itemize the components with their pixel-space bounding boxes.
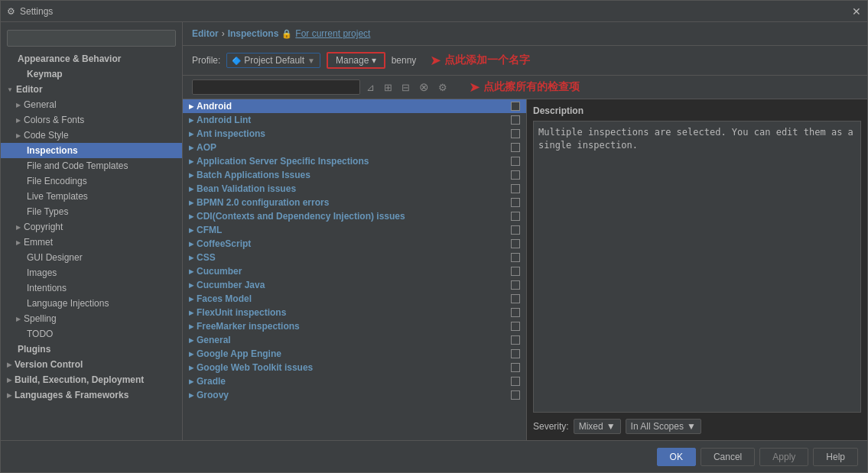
list-item-checkbox[interactable] [511, 102, 520, 111]
description-textarea[interactable] [533, 121, 861, 413]
sidebar-item-keymap[interactable]: Keymap [1, 66, 182, 82]
profile-dropdown[interactable]: 🔷 Project Default ▼ [226, 53, 320, 68]
list-item[interactable]: ▶Cucumber Java [183, 278, 526, 292]
list-item-label: Google App Engine [197, 348, 281, 359]
list-item-checkbox[interactable] [511, 212, 520, 221]
list-item-checkbox[interactable] [511, 198, 520, 207]
list-item-label: Cucumber Java [197, 280, 265, 290]
list-item-checkbox[interactable] [511, 184, 520, 193]
list-item[interactable]: ▶CSS [183, 251, 526, 264]
collapse-button[interactable]: ⊟ [398, 80, 413, 95]
sidebar-item-appearance[interactable]: Appearance & Behavior [1, 51, 182, 66]
sidebar-item-file-types[interactable]: File Types [1, 204, 182, 219]
list-item[interactable]: ▶Batch Applications Issues [183, 168, 526, 182]
list-item[interactable]: ▶Groovy [183, 388, 526, 402]
list-item-expand-icon: ▶ [189, 213, 193, 220]
sidebar-item-todo[interactable]: TODO [1, 326, 182, 342]
list-item[interactable]: ▶BPMN 2.0 configuration errors [183, 196, 526, 209]
list-item[interactable]: ▶FreeMarker inspections [183, 319, 526, 333]
scope-dropdown[interactable]: In All Scopes ▼ [626, 419, 701, 434]
list-item[interactable]: ▶Google App Engine [183, 347, 526, 361]
list-item-checkbox[interactable] [511, 115, 520, 125]
list-item-label: CoffeeScript [197, 238, 251, 249]
list-item-label: Batch Applications Issues [197, 170, 310, 180]
list-item-checkbox[interactable] [511, 377, 520, 386]
list-item-checkbox[interactable] [511, 349, 520, 358]
breadcrumb-link[interactable]: For current project [295, 28, 370, 39]
sidebar-item-emmet[interactable]: ▶Emmet [1, 235, 182, 250]
apply-button[interactable]: Apply [759, 448, 808, 466]
sidebar-item-images[interactable]: Images [1, 265, 182, 280]
sidebar-item-colors-fonts[interactable]: ▶Colors & Fonts [1, 112, 182, 128]
sidebar-item-copyright[interactable]: ▶Copyright [1, 219, 182, 235]
panels: ▶Android▶Android Lint▶Ant inspections▶AO… [183, 99, 867, 440]
expand-button[interactable]: ⊞ [381, 80, 395, 95]
annotation-second-text: 点此擦所有的检查项 [483, 80, 580, 94]
help-button[interactable]: Help [813, 448, 858, 466]
list-item-checkbox[interactable] [511, 143, 520, 152]
sidebar-item-editor[interactable]: ▼Editor [1, 82, 182, 97]
list-item[interactable]: ▶Bean Validation issues [183, 182, 526, 196]
list-item-checkbox[interactable] [511, 225, 520, 235]
sidebar-item-version-control[interactable]: ▶Version Control [1, 357, 182, 372]
inspection-search-input[interactable] [192, 79, 360, 95]
list-item[interactable]: ▶Gradle [183, 374, 526, 388]
list-item-checkbox[interactable] [511, 390, 520, 400]
sidebar-item-inspections[interactable]: Inspections [1, 143, 182, 158]
list-item-checkbox[interactable] [511, 129, 520, 138]
list-item-checkbox[interactable] [511, 280, 520, 290]
severity-dropdown[interactable]: Mixed ▼ [574, 419, 621, 434]
profile-icon: 🔷 [232, 57, 241, 65]
list-item-checkbox[interactable] [511, 363, 520, 372]
settings-button[interactable]: ⚙ [435, 80, 450, 95]
list-item[interactable]: ▶CDI(Contexts and Dependency Injection) … [183, 209, 526, 223]
close-button[interactable]: ✕ [852, 5, 861, 18]
sidebar-item-code-style[interactable]: ▶Code Style [1, 128, 182, 143]
sidebar-label-gui-designer: GUI Designer [27, 252, 83, 263]
sidebar-item-spelling[interactable]: ▶Spelling [1, 311, 182, 326]
list-item-label: Gradle [197, 376, 226, 387]
sidebar-search-input[interactable] [7, 30, 176, 47]
filter-button[interactable]: ⊿ [363, 80, 378, 95]
list-item[interactable]: ▶Android Lint [183, 113, 526, 127]
sidebar-label-inspections: Inspections [27, 145, 78, 156]
list-item-checkbox[interactable] [511, 322, 520, 331]
sidebar-label-colors-fonts: Colors & Fonts [24, 115, 84, 125]
sidebar-item-plugins[interactable]: Plugins [1, 342, 182, 357]
list-item-checkbox[interactable] [511, 294, 520, 303]
list-item[interactable]: ▶Ant inspections [183, 127, 526, 141]
list-item[interactable]: ▶Application Server Specific Inspections [183, 154, 526, 168]
sidebar-item-build-exec[interactable]: ▶Build, Execution, Deployment [1, 372, 182, 387]
list-item-expand-icon: ▶ [189, 268, 193, 275]
list-item-checkbox[interactable] [511, 335, 520, 345]
sidebar-item-file-code-templates[interactable]: File and Code Templates [1, 158, 182, 173]
list-item-label: General [197, 335, 231, 345]
sidebar-item-gui-designer[interactable]: GUI Designer [1, 250, 182, 265]
list-item-checkbox[interactable] [511, 157, 520, 166]
list-item[interactable]: ▶FlexUnit inspections [183, 306, 526, 319]
annotation-first: ➤ 点此添加一个名字 [430, 52, 530, 69]
sidebar-item-file-encodings[interactable]: File Encodings [1, 173, 182, 189]
list-item[interactable]: ▶CFML [183, 223, 526, 237]
manage-button[interactable]: Manage ▾ [327, 52, 385, 69]
list-item-checkbox[interactable] [511, 267, 520, 276]
sidebar-item-general[interactable]: ▶General [1, 97, 182, 112]
list-item[interactable]: ▶Faces Model [183, 292, 526, 306]
cancel-button[interactable]: Cancel [701, 448, 755, 466]
clear-button[interactable]: ⊗ [416, 79, 432, 96]
list-item[interactable]: ▶General [183, 333, 526, 347]
list-item-checkbox[interactable] [511, 253, 520, 262]
sidebar-item-language-injections[interactable]: Language Injections [1, 296, 182, 311]
list-item-checkbox[interactable] [511, 170, 520, 180]
list-item[interactable]: ▶Google Web Toolkit issues [183, 361, 526, 374]
list-item-checkbox[interactable] [511, 308, 520, 317]
list-item[interactable]: ▶Cucumber [183, 264, 526, 278]
list-item[interactable]: ▶AOP [183, 141, 526, 154]
list-item-checkbox[interactable] [511, 239, 520, 248]
ok-button[interactable]: OK [657, 448, 696, 466]
sidebar-item-languages[interactable]: ▶Languages & Frameworks [1, 387, 182, 403]
sidebar-item-live-templates[interactable]: Live Templates [1, 189, 182, 204]
sidebar-item-intentions[interactable]: Intentions [1, 280, 182, 296]
list-item[interactable]: ▶Android [183, 99, 526, 113]
list-item[interactable]: ▶CoffeeScript [183, 237, 526, 251]
